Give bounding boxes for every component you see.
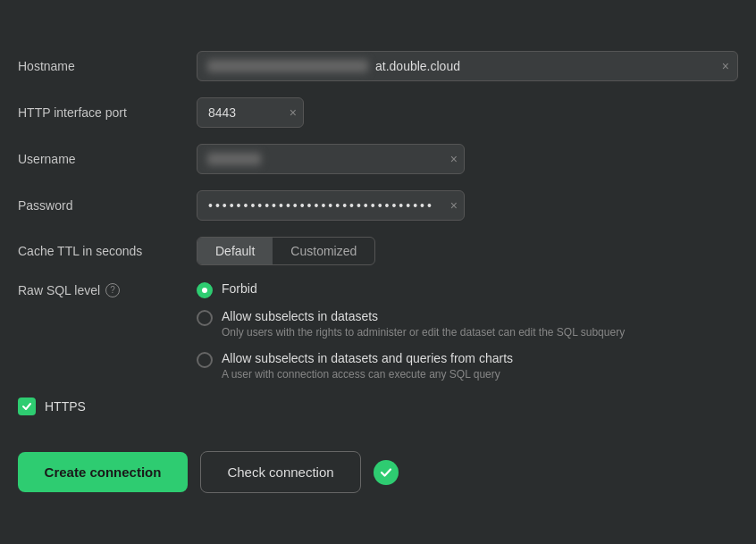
password-row: Password × [18,190,738,221]
radio-forbid-label: Forbid [222,281,257,296]
hostname-clear-button[interactable]: × [722,60,729,72]
hostname-input[interactable] [197,51,738,81]
password-input-wrapper: × [197,190,465,221]
port-clear-button[interactable]: × [290,105,297,120]
cache-ttl-default-button[interactable]: Default [197,238,273,264]
raw-sql-radio-group: Forbid Allow subselects in datasets Only… [197,281,738,382]
https-label: HTTPS [45,399,86,414]
raw-sql-option-subselects[interactable]: Allow subselects in datasets Only users … [197,309,738,340]
password-control: × [197,190,738,221]
username-input[interactable] [197,144,465,174]
port-input-wrapper: × [197,97,304,128]
raw-sql-label: Raw SQL level ? [18,281,197,297]
cache-ttl-row: Cache TTL in seconds Default Customized [18,237,738,265]
raw-sql-control: Forbid Allow subselects in datasets Only… [197,281,738,382]
action-row: Create connection Check connection [18,442,738,493]
cache-ttl-customized-button[interactable]: Customized [273,238,374,264]
connection-form: Hostname at.double.cloud × HTTP interfac… [0,33,756,512]
https-row: HTTPS [18,398,738,415]
username-input-wrapper: × [197,144,465,174]
check-success-indicator [374,460,399,485]
username-clear-button[interactable]: × [450,152,458,166]
check-success-icon [379,465,393,480]
port-label: HTTP interface port [18,105,197,120]
username-row: Username × [18,144,738,174]
create-connection-button[interactable]: Create connection [18,452,188,492]
radio-subselects-indicator [197,310,213,326]
hostname-input-wrapper: at.double.cloud × [197,51,738,81]
port-control: × [197,97,738,128]
username-control: × [197,144,738,174]
raw-sql-option-subselects-charts[interactable]: Allow subselects in datasets and queries… [197,351,738,382]
check-icon [21,401,32,412]
cache-ttl-toggle-group: Default Customized [197,237,375,265]
password-label: Password [18,198,197,213]
check-connection-button[interactable]: Check connection [200,451,361,493]
https-checkbox[interactable] [18,398,36,415]
radio-forbid-indicator [197,282,213,298]
raw-sql-row: Raw SQL level ? Forbid [18,281,738,382]
hostname-control: at.double.cloud × [197,51,738,81]
radio-subselects-label: Allow subselects in datasets Only users … [222,309,625,340]
hostname-row: Hostname at.double.cloud × [18,51,738,81]
port-input[interactable] [197,97,304,128]
raw-sql-option-forbid[interactable]: Forbid [197,281,738,298]
radio-subselects-charts-label: Allow subselects in datasets and queries… [222,351,513,382]
password-clear-button[interactable]: × [450,198,458,213]
raw-sql-help-icon[interactable]: ? [105,283,120,297]
port-row: HTTP interface port × [18,97,738,128]
cache-ttl-label: Cache TTL in seconds [18,244,197,258]
cache-ttl-control: Default Customized [197,237,738,265]
radio-subselects-charts-indicator [197,352,213,368]
hostname-label: Hostname [18,59,197,73]
password-input[interactable] [197,190,465,221]
username-label: Username [18,152,197,166]
